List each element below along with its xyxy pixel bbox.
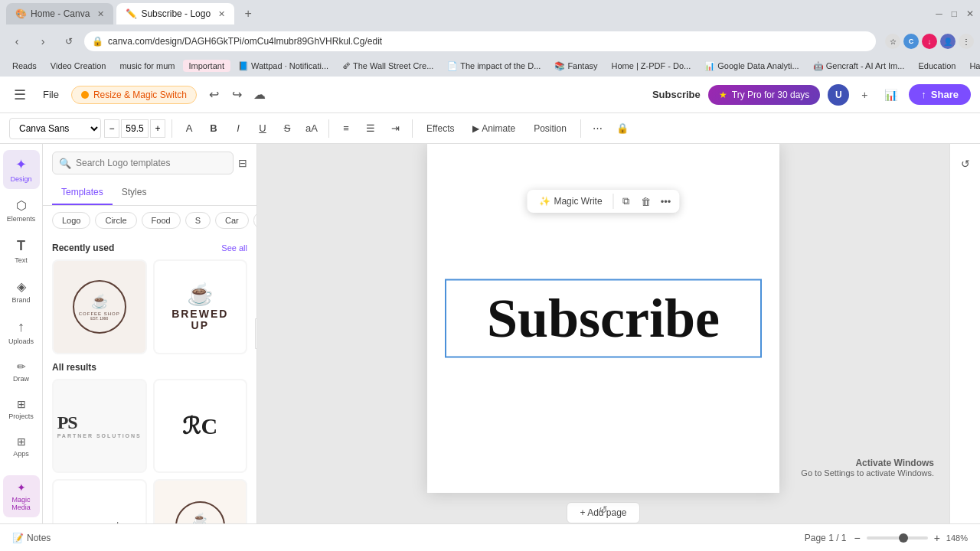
search-input[interactable] — [76, 158, 227, 168]
bookmark-fantasy[interactable]: 📚 Fantasy — [548, 60, 603, 73]
sidebar-item-magic-media[interactable]: ✦ Magic Media — [3, 475, 40, 517]
underline-button[interactable]: U — [252, 118, 273, 139]
recently-used-card-2[interactable]: ☕ BREWEDUP — [153, 259, 248, 354]
sidebar-item-draw[interactable]: ✏ Draw — [3, 354, 40, 389]
back-button[interactable]: ‹ — [6, 31, 28, 52]
effects-button[interactable]: Effects — [419, 118, 462, 139]
tab-styles[interactable]: Styles — [113, 181, 156, 205]
project-title: Subscribe — [652, 89, 701, 100]
bookmark-wsj[interactable]: 🗞 The Wall Street Cre... — [336, 60, 439, 72]
chip-car[interactable]: Car — [215, 212, 249, 229]
recently-used-card-1[interactable]: ☕ COFFEE SHOP EST. 1990 — [52, 259, 147, 354]
indent-button[interactable]: ⇥ — [384, 118, 406, 139]
bookmark-education[interactable]: Education — [912, 60, 962, 72]
bold-button[interactable]: B — [203, 118, 224, 139]
chip-more[interactable]: › — [253, 212, 256, 229]
zoom-in-button[interactable]: + — [934, 532, 940, 544]
see-all-button[interactable]: See all — [221, 243, 247, 253]
share-button[interactable]: ↑ Share — [909, 84, 971, 105]
refresh-canvas-button[interactable]: ↺ — [955, 153, 976, 174]
analytics-button[interactable]: 📊 — [880, 84, 901, 106]
chip-logo[interactable]: Logo — [52, 212, 90, 229]
zoom-slider[interactable] — [867, 536, 928, 540]
chip-s[interactable]: S — [185, 212, 211, 229]
sidebar-item-elements[interactable]: ⬡ Elements — [3, 192, 40, 229]
text-color-button[interactable]: A — [178, 118, 200, 139]
ext-star-icon[interactable]: ☆ — [885, 34, 900, 49]
animate-button[interactable]: ▶ Animate — [465, 118, 523, 139]
position-button[interactable]: Position — [526, 118, 574, 139]
tab-subscribe-logo[interactable]: ✏️ Subscribe - Logo ✕ — [116, 3, 234, 24]
ext-user-icon[interactable]: 👤 — [940, 34, 956, 49]
bookmark-important[interactable]: Important — [183, 60, 230, 72]
delete-button[interactable]: 🗑 — [639, 194, 654, 209]
canvas-area[interactable]: ✨ Magic Write ⧉ 🗑 ••• Subscribe ↺ + Add … — [257, 144, 949, 523]
redo-button[interactable]: ↪ — [226, 84, 247, 106]
add-user-button[interactable]: + — [854, 84, 875, 106]
result-card-3[interactable]: coconut. — [52, 479, 147, 523]
filter-icon[interactable]: ⊟ — [238, 157, 247, 169]
font-size-decrease[interactable]: − — [104, 119, 119, 138]
more-options-button[interactable]: ⋯ — [587, 118, 609, 139]
tab-templates[interactable]: Templates — [52, 181, 113, 205]
case-button[interactable]: aA — [301, 118, 322, 139]
ext-canva-icon[interactable]: C — [903, 34, 919, 49]
list-button[interactable]: ☰ — [360, 118, 381, 139]
user-avatar[interactable]: U — [828, 84, 849, 106]
tab-subscribe-close[interactable]: ✕ — [218, 9, 225, 19]
chip-food[interactable]: Food — [142, 212, 181, 229]
forward-button[interactable]: › — [32, 31, 54, 52]
zoom-out-button[interactable]: − — [854, 532, 860, 544]
font-family-select[interactable]: Canva Sans — [9, 118, 101, 139]
sidebar-item-brand[interactable]: ◈ Brand — [3, 273, 40, 310]
lock-button[interactable]: 🔒 — [612, 118, 633, 139]
result-card-4[interactable]: ☕ BORCELLE COFFEE SHOP EST. 1990 — [153, 479, 248, 523]
sidebar-item-uploads[interactable]: ↑ Uploads — [3, 313, 40, 351]
sidebar-item-design[interactable]: ✦ Design — [3, 150, 40, 189]
subscribe-text[interactable]: Subscribe — [445, 279, 762, 358]
ext-dl-icon[interactable]: ↓ — [922, 34, 937, 49]
sidebar-item-projects[interactable]: ⊞ Projects — [3, 392, 40, 426]
bookmark-gencraft[interactable]: 🤖 Gencraft - AI Art Im... — [807, 60, 911, 73]
bookmark-impact[interactable]: 📄 The impact of the D... — [441, 60, 547, 73]
italic-button[interactable]: I — [227, 118, 249, 139]
copy-button[interactable]: ⧉ — [619, 194, 634, 209]
bookmark-home-pdf[interactable]: Home | Z-PDF - Do... — [606, 60, 697, 72]
save-cloud-button[interactable]: ☁ — [253, 87, 266, 102]
try-pro-button[interactable]: ★ Try Pro for 30 days — [708, 85, 821, 105]
bookmark-google-data[interactable]: 📊 Google Data Analyti... — [698, 60, 805, 73]
chip-circle[interactable]: Circle — [95, 212, 136, 229]
strikethrough-button[interactable]: S — [276, 118, 298, 139]
magic-switch-button[interactable]: Resize & Magic Switch — [71, 86, 197, 104]
sidebar-label-elements: Elements — [7, 215, 36, 223]
address-bar[interactable]: 🔒 canva.com/design/DAGH6GkTPi/omCu4lmubr… — [84, 31, 876, 51]
align-left-button[interactable]: ≡ — [335, 118, 357, 139]
maximize-icon[interactable]: □ — [952, 8, 957, 19]
sidebar-item-apps[interactable]: ⊞ Apps — [3, 429, 40, 464]
close-icon[interactable]: ✕ — [966, 8, 974, 19]
sidebar-item-text[interactable]: T Text — [3, 232, 40, 270]
ext-menu-icon[interactable]: ⋮ — [959, 34, 974, 49]
rotation-handle[interactable]: ↺ — [599, 504, 608, 516]
file-menu-button[interactable]: File — [37, 86, 65, 103]
font-size-input[interactable] — [121, 119, 149, 138]
bookmark-reads[interactable]: Reads — [6, 60, 43, 72]
bookmark-harlequin[interactable]: Harlequin Romance... — [963, 60, 980, 72]
undo-button[interactable]: ↩ — [203, 84, 224, 106]
refresh-button[interactable]: ↺ — [58, 31, 80, 52]
result-card-2[interactable]: ℛC — [153, 379, 248, 474]
search-box[interactable]: 🔍 — [52, 152, 234, 174]
tab-home-close[interactable]: ✕ — [97, 9, 104, 19]
more-button[interactable]: ••• — [658, 194, 674, 209]
bookmark-music[interactable]: music for mum — [113, 60, 181, 72]
notes-button[interactable]: 📝 Notes — [12, 533, 51, 543]
magic-write-button[interactable]: ✨ Magic Write — [533, 193, 608, 210]
new-tab-button[interactable]: + — [237, 3, 259, 24]
hamburger-menu[interactable]: ☰ — [9, 84, 31, 106]
bookmark-wattpad[interactable]: 📘 Wattpad · Notificati... — [232, 60, 335, 73]
font-size-increase[interactable]: + — [150, 119, 165, 138]
result-card-1[interactable]: PS PARTNER SOLUTIONS — [52, 379, 147, 474]
tab-home-canva[interactable]: 🎨 Home - Canva ✕ — [6, 3, 113, 24]
minimize-icon[interactable]: ─ — [936, 8, 942, 19]
bookmark-video[interactable]: Video Creation — [44, 60, 113, 72]
